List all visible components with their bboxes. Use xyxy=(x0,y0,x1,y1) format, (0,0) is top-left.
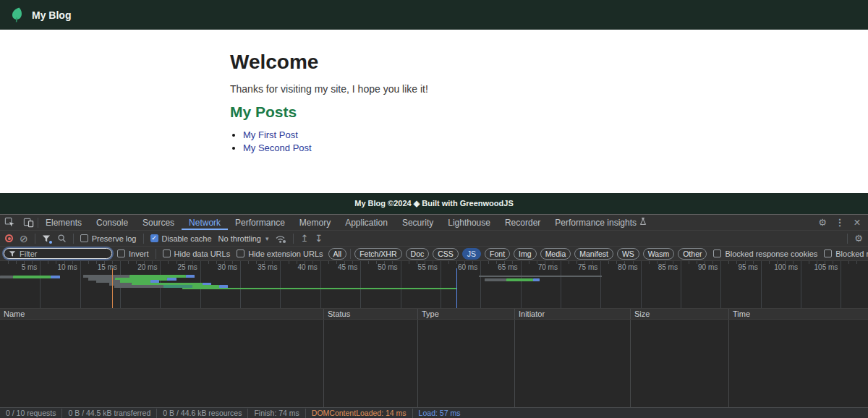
tab-sources[interactable]: Sources xyxy=(135,215,182,230)
status-item: Finish: 74 ms xyxy=(248,409,305,418)
network-filter-bar: InvertHide data URLsHide extension URLs … xyxy=(0,247,868,261)
timeline-gridline xyxy=(80,261,81,308)
filter-pill-css[interactable]: CSS xyxy=(433,248,459,260)
filter-pill-doc[interactable]: Doc xyxy=(406,248,430,260)
timeline-tick-label: 80 ms xyxy=(605,263,638,271)
waterfall-segment xyxy=(182,288,456,289)
posts-list: My First Post My Second Post xyxy=(230,129,638,154)
tab-security[interactable]: Security xyxy=(395,215,441,230)
checkbox-blocked-response-cookies[interactable]: Blocked response cookies xyxy=(713,249,817,258)
status-item: 0 B / 44.5 kB transferred xyxy=(62,409,157,418)
waterfall-segment xyxy=(533,278,540,281)
filter-pill-font[interactable]: Font xyxy=(485,248,510,260)
timeline-gridline xyxy=(280,261,281,308)
post-link-first[interactable]: My First Post xyxy=(243,129,298,140)
filter-pill-media[interactable]: Media xyxy=(540,248,571,260)
waterfall-segment xyxy=(485,278,506,281)
tab-label: Lighthouse xyxy=(448,218,490,228)
filter-pill-manifest[interactable]: Manifest xyxy=(574,248,613,260)
column-header-type[interactable]: Type xyxy=(418,309,515,319)
import-har-icon[interactable]: ↥ xyxy=(300,233,308,244)
throttling-select[interactable]: No throttling ▾ xyxy=(218,234,269,243)
checkbox-box xyxy=(237,249,244,257)
filter-pill-fetch-xhr[interactable]: Fetch/XHR xyxy=(354,248,401,260)
column-header-initiator[interactable]: Initiator xyxy=(515,309,631,319)
tab-memory[interactable]: Memory xyxy=(292,215,338,230)
filter-pill-wasm[interactable]: Wasm xyxy=(643,248,674,260)
checkbox-preserve-log[interactable]: Preserve log xyxy=(80,234,137,243)
column-header-time[interactable]: Time xyxy=(729,309,868,319)
tab-performance[interactable]: Performance xyxy=(228,215,292,230)
device-toolbar-button[interactable] xyxy=(19,215,38,230)
clear-network-log-icon[interactable]: ⊘ xyxy=(20,233,28,244)
funnel-icon xyxy=(9,250,16,257)
filter-input-wrap xyxy=(4,248,112,259)
dom-content-loaded-marker xyxy=(112,268,114,308)
settings-gear-icon[interactable]: ⚙ xyxy=(814,217,830,228)
network-settings-gear-icon[interactable]: ⚙ xyxy=(854,233,863,244)
divider xyxy=(73,234,74,244)
filter-pill-js[interactable]: JS xyxy=(462,248,481,260)
network-conditions-icon[interactable] xyxy=(275,234,286,244)
tab-recorder[interactable]: Recorder xyxy=(498,215,548,230)
tab-label: Performance insights xyxy=(555,218,637,228)
export-har-icon[interactable]: ↧ xyxy=(315,233,323,244)
search-icon[interactable] xyxy=(57,234,67,243)
blocked-filters: Blocked response cookiesBlocked requests… xyxy=(713,249,868,258)
filter-pill-ws[interactable]: WS xyxy=(617,248,639,260)
waterfall-segment xyxy=(506,278,534,281)
timeline-gridline xyxy=(641,261,642,308)
timeline-minor-tick xyxy=(848,261,849,264)
filter-pill-img[interactable]: Img xyxy=(514,248,537,260)
status-item: Load: 57 ms xyxy=(413,409,467,418)
timeline-tick-label: 40 ms xyxy=(284,263,318,271)
divider xyxy=(350,249,351,259)
inspect-element-button[interactable] xyxy=(0,215,19,230)
request-table-body xyxy=(0,320,868,407)
divider xyxy=(143,234,144,244)
intro-text: Thanks for visiting my site, I hope you … xyxy=(230,83,638,95)
post-link-second[interactable]: My Second Post xyxy=(243,142,312,153)
timeline-gridline xyxy=(240,261,241,308)
checkbox-blocked-requests[interactable]: Blocked requests xyxy=(824,249,868,258)
tab-application[interactable]: Application xyxy=(338,215,395,230)
waterfall-segment xyxy=(167,278,176,281)
timeline-tick-label: 45 ms xyxy=(324,263,357,271)
filter-pill-all[interactable]: All xyxy=(328,248,347,260)
column-header-status[interactable]: Status xyxy=(324,309,418,319)
site-title: My Blog xyxy=(32,9,71,21)
timeline-tick-label: 85 ms xyxy=(644,263,678,271)
timeline-tick-label: 5 ms xyxy=(4,263,37,271)
tab-label: Application xyxy=(345,218,388,228)
flask-icon xyxy=(639,217,647,228)
welcome-heading: Welcome xyxy=(230,30,638,74)
tab-console[interactable]: Console xyxy=(89,215,135,230)
timeline-gridline xyxy=(441,261,441,308)
column-header-name[interactable]: Name xyxy=(0,309,324,319)
waterfall-segment xyxy=(13,276,51,278)
timeline-tick-label: 65 ms xyxy=(485,263,518,271)
tab-lighthouse[interactable]: Lighthouse xyxy=(441,215,498,230)
chevron-down-icon: ▾ xyxy=(265,235,269,242)
filter-toggle-icon[interactable] xyxy=(42,234,51,243)
tab-label: Memory xyxy=(299,218,331,228)
tab-network[interactable]: Network xyxy=(182,215,228,230)
checkbox-box xyxy=(150,234,158,242)
column-header-size[interactable]: Size xyxy=(631,309,729,319)
timeline-tick-label: 50 ms xyxy=(365,263,398,271)
checkbox-invert[interactable]: Invert xyxy=(117,249,149,258)
filter-pill-other[interactable]: Other xyxy=(678,248,707,260)
filter-input[interactable] xyxy=(4,248,112,259)
list-item: My Second Post xyxy=(243,142,638,155)
devtools-tab-bar: ElementsConsoleSourcesNetworkPerformance… xyxy=(0,215,868,231)
close-devtools-icon[interactable]: × xyxy=(849,216,865,229)
network-overview-timeline[interactable]: 5 ms10 ms15 ms20 ms25 ms30 ms35 ms40 ms4… xyxy=(0,261,868,309)
checkbox-box xyxy=(824,249,832,257)
more-options-icon[interactable]: ⋮ xyxy=(832,217,848,228)
checkbox-disable-cache[interactable]: Disable cache xyxy=(150,234,212,243)
checkbox-hide-data-urls[interactable]: Hide data URLs xyxy=(163,249,231,258)
tab-elements[interactable]: Elements xyxy=(38,215,89,230)
tab-performance-insights[interactable]: Performance insights xyxy=(548,215,654,230)
record-network-log-button[interactable] xyxy=(5,234,13,242)
checkbox-hide-extension-urls[interactable]: Hide extension URLs xyxy=(237,249,323,258)
